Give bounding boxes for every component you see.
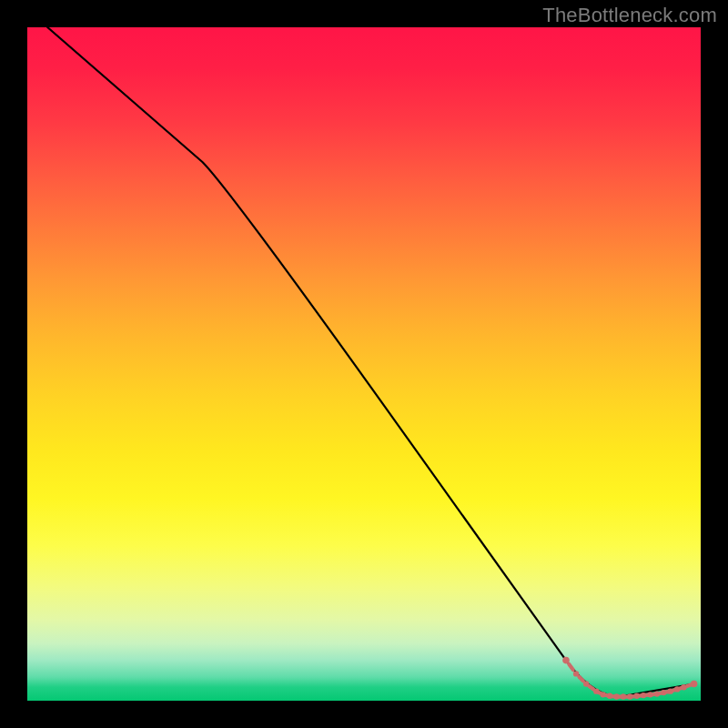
data-dash (590, 686, 593, 689)
data-dash (569, 664, 572, 670)
data-dash (579, 677, 582, 681)
chart-overlay (27, 27, 701, 701)
data-dash (687, 685, 691, 686)
data-point (691, 681, 698, 688)
watermark-text: TheBottleneck.com (542, 4, 717, 27)
data-markers (562, 657, 697, 700)
plot-area (27, 27, 701, 701)
bottleneck-curve (47, 27, 693, 697)
chart-stage: TheBottleneck.com (0, 0, 728, 728)
